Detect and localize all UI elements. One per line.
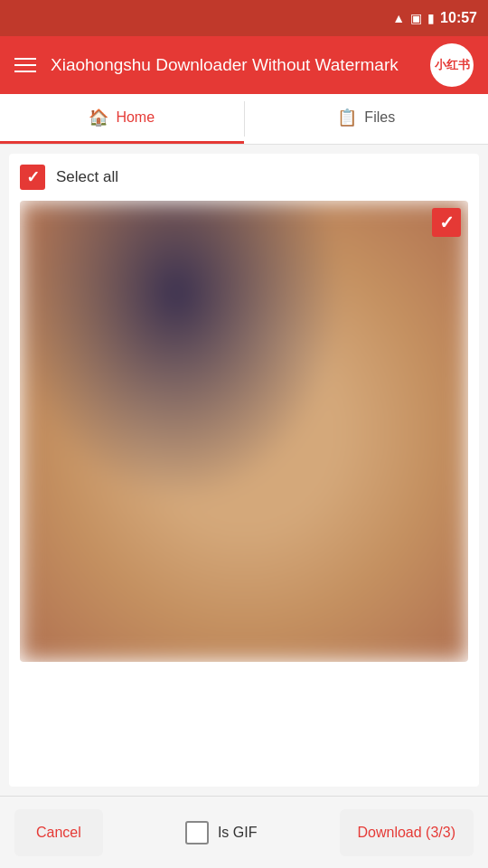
- status-bar: ▲ ▣ ▮ 10:57: [0, 0, 488, 36]
- status-icons: ▲ ▣ ▮ 10:57: [392, 10, 477, 26]
- main-content: Select all: [9, 154, 479, 787]
- is-gif-checkbox[interactable]: [185, 821, 209, 844]
- files-icon: 📋: [337, 108, 357, 127]
- home-icon: 🏠: [89, 108, 108, 127]
- is-gif-container: Is GIF: [185, 821, 258, 844]
- signal-icon: ▣: [410, 11, 422, 25]
- tab-files-label: Files: [364, 109, 395, 126]
- bottom-bar: Cancel Is GIF Download (3/3): [0, 796, 488, 868]
- battery-icon: ▮: [427, 11, 435, 25]
- app-title: Xiaohongshu Downloader Without Watermark: [51, 55, 416, 76]
- wifi-icon: ▲: [392, 11, 405, 25]
- menu-button[interactable]: [14, 58, 36, 72]
- image-checkbox[interactable]: [432, 208, 461, 237]
- app-logo: 小红书: [430, 43, 474, 87]
- cancel-button[interactable]: Cancel: [14, 809, 103, 856]
- select-all-label: Select all: [56, 168, 118, 186]
- tab-files[interactable]: 📋 Files: [245, 94, 489, 144]
- tab-home[interactable]: 🏠 Home: [0, 94, 244, 144]
- tab-bar: 🏠 Home 📋 Files: [0, 94, 488, 145]
- download-button[interactable]: Download (3/3): [340, 809, 474, 856]
- is-gif-label: Is GIF: [218, 825, 258, 841]
- image-thumbnail[interactable]: [20, 201, 468, 662]
- select-all-row: Select all: [20, 165, 468, 190]
- select-all-checkbox[interactable]: [20, 165, 45, 190]
- tab-home-label: Home: [116, 109, 155, 126]
- top-bar: Xiaohongshu Downloader Without Watermark…: [0, 36, 488, 94]
- image-item: [20, 201, 468, 662]
- status-time: 10:57: [440, 10, 477, 26]
- blur-overlay: [20, 201, 468, 662]
